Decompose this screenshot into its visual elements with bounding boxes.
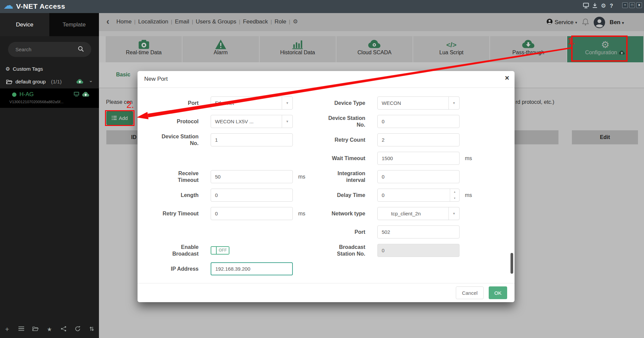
field-label-length: Length (138, 192, 199, 198)
window-titlebar: ☁ V-NET Access ⚙ ? – □ x (0, 0, 644, 13)
field-label-protocol: Protocol (138, 118, 199, 125)
modal-scrollbar-thumb[interactable] (511, 253, 513, 274)
modal-body: Port Ethernet▾ Device Type WECON▾ Protoc… (138, 88, 515, 283)
form-row: Wait Timeout ms (138, 152, 515, 165)
sidebar-tab-template[interactable]: Template (49, 13, 99, 36)
cancel-button[interactable]: Cancel (456, 286, 484, 299)
field-label-enable-broadcast: Enable Broadcast (138, 244, 199, 257)
form-row: Device Station No. Retry Count (138, 133, 515, 146)
folder-open-icon[interactable] (31, 326, 39, 333)
field-label-receive-timeout: Receive Timeout (138, 170, 199, 183)
unit-ms: ms (293, 211, 312, 217)
ok-button[interactable]: OK (489, 286, 507, 299)
unit-ms: ms (460, 155, 483, 161)
device-station-no-input[interactable] (211, 133, 293, 146)
caret-down-icon: ▾ (282, 115, 292, 128)
field-label-device-type: Device Type (312, 100, 365, 106)
field-label-port-number: Port (312, 229, 365, 235)
group-count: (1/1) (51, 79, 62, 85)
modal-footer: Cancel OK (138, 283, 515, 302)
new-port-modal: New Port × Port Ethernet▾ Device Type WE… (138, 71, 515, 302)
device-status-dot (12, 92, 16, 97)
hmi-device-icon[interactable] (73, 91, 79, 98)
cloud-upload-icon[interactable] (76, 79, 84, 85)
search-box (8, 42, 91, 57)
field-label-retry-count: Retry Count (312, 137, 365, 143)
form-row: Retry Timeout ms Network type tcp_client… (138, 207, 515, 220)
receive-timeout-input[interactable] (211, 170, 293, 183)
enable-broadcast-toggle[interactable]: OFF (211, 246, 229, 255)
sidebar-device-item[interactable]: H-AG V1300121070200568a882a5f... (0, 88, 99, 108)
app-title: V-NET Access (16, 2, 65, 10)
form-row: Length Delay Time ▴ ▾ ms (138, 189, 515, 202)
window-close-button[interactable]: x (636, 2, 642, 8)
retry-timeout-input[interactable] (211, 207, 293, 220)
refresh-icon[interactable] (74, 326, 82, 333)
caret-down-icon: ▾ (282, 97, 292, 109)
add-plus-icon[interactable]: + (3, 326, 11, 333)
share-icon[interactable] (60, 326, 68, 333)
field-label-broadcast-station-no: Broadcast Station No. (312, 244, 365, 257)
cloud-upload-icon[interactable] (82, 91, 90, 98)
form-row: Port Ethernet▾ Device Type WECON▾ (138, 96, 515, 110)
broadcast-station-no-input (377, 244, 460, 257)
integration-interval-input[interactable] (377, 170, 460, 183)
close-icon[interactable]: × (505, 74, 509, 82)
form-row: Receive Timeout ms Integration interval (138, 170, 515, 183)
field-label-wait-timeout: Wait Timeout (312, 155, 365, 161)
port-number-input[interactable] (377, 225, 460, 239)
device-station-no-input[interactable] (377, 115, 460, 128)
stepper-up-icon[interactable]: ▴ (450, 189, 459, 195)
ip-address-input[interactable] (211, 262, 293, 275)
display-icon[interactable] (582, 3, 590, 9)
network-type-select[interactable]: tcp_client_2n▾ (377, 207, 460, 220)
window-maximize-button[interactable]: □ (629, 2, 635, 8)
length-input[interactable] (211, 189, 293, 202)
custom-tags-label: Custom Tags (13, 66, 43, 72)
field-label-integration-interval: Integration interval (312, 170, 365, 183)
download-icon[interactable] (591, 3, 598, 9)
modal-header: New Port × (138, 71, 515, 88)
port-select-value: Ethernet (211, 100, 282, 106)
field-label-device-station-no: Device Station No. (312, 115, 365, 128)
sidebar: Device Template ⚙Custom Tags default gro… (0, 13, 99, 338)
protocol-select[interactable]: WECON LX5V ...▾ (211, 115, 293, 128)
protocol-select-value: WECON LX5V ... (211, 119, 282, 124)
device-type-select[interactable]: WECON▾ (377, 96, 460, 110)
device-type-select-value: WECON (378, 100, 448, 106)
form-row: IP Address (138, 262, 515, 275)
group-name: default group (15, 79, 46, 85)
window-minimize-button[interactable]: – (622, 2, 628, 8)
caret-down-icon: ▾ (448, 97, 459, 109)
list-icon[interactable] (17, 326, 25, 332)
search-icon[interactable] (78, 46, 84, 53)
delay-time-input[interactable] (377, 189, 460, 202)
settings-gear-icon[interactable]: ⚙ (600, 3, 607, 9)
network-type-select-value: tcp_client_2n (378, 211, 448, 216)
unit-ms: ms (293, 174, 312, 180)
form-row: Enable Broadcast OFF Broadcast Station N… (138, 244, 515, 257)
caret-down-icon: ▾ (448, 207, 459, 220)
chevron-down-icon[interactable]: ⌄ (89, 77, 93, 83)
swap-vertical-icon[interactable] (88, 326, 96, 333)
field-label-ip-address: IP Address (138, 266, 199, 272)
port-select[interactable]: Ethernet▾ (211, 96, 293, 110)
field-label-port: Port (138, 100, 199, 106)
device-code: V1300121070200568a882a5f... (9, 100, 63, 104)
number-stepper[interactable]: ▴ ▾ (450, 189, 459, 201)
sidebar-item-custom-tags[interactable]: ⚙Custom Tags (5, 66, 43, 72)
sidebar-group-default[interactable]: default group (1/1) ⌄ (0, 76, 99, 88)
app-logo-cloud-icon: ☁ (3, 0, 13, 11)
help-icon[interactable]: ? (608, 3, 615, 9)
field-label-retry-timeout: Retry Timeout (138, 210, 199, 217)
retry-count-input[interactable] (377, 133, 460, 146)
field-label-device-station-no: Device Station No. (138, 133, 199, 146)
star-icon[interactable]: ★ (45, 326, 53, 333)
field-label-network-type: Network type (312, 210, 365, 217)
sidebar-tab-device[interactable]: Device (0, 13, 49, 36)
toggle-state-label: OFF (217, 247, 229, 254)
form-row: Port (138, 225, 515, 239)
wait-timeout-input[interactable] (377, 152, 460, 165)
stepper-down-icon[interactable]: ▾ (450, 195, 459, 202)
search-input[interactable] (15, 45, 72, 53)
